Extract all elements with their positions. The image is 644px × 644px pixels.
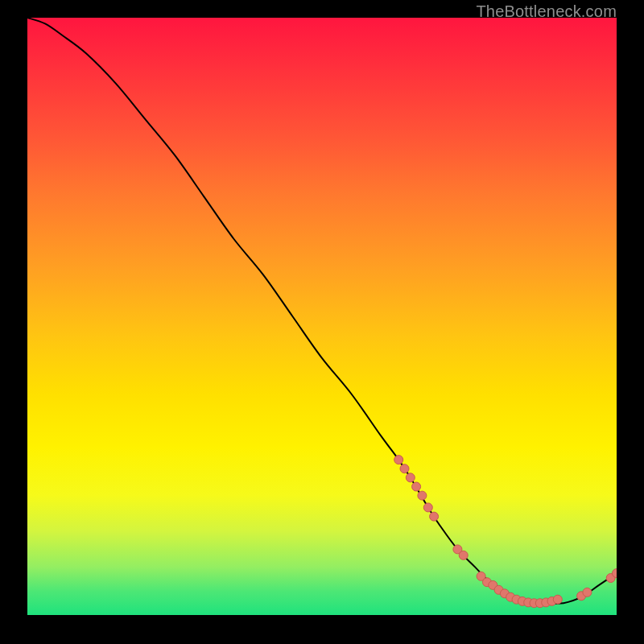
curve-marker: [406, 473, 415, 482]
curve-marker: [553, 595, 562, 604]
curve-marker: [423, 503, 432, 512]
plot-area: [27, 18, 617, 615]
curve-marker: [412, 482, 421, 491]
curve-marker: [583, 588, 592, 597]
bottleneck-curve-path: [27, 18, 617, 604]
curve-marker: [430, 512, 439, 521]
chart-frame: TheBottleneck.com: [0, 0, 644, 644]
curve-marker: [459, 551, 468, 559]
curve-marker: [418, 491, 427, 500]
curve-markers: [394, 456, 617, 608]
curve-marker: [394, 456, 403, 464]
curve-svg: [27, 18, 617, 615]
curve-marker: [400, 464, 409, 473]
